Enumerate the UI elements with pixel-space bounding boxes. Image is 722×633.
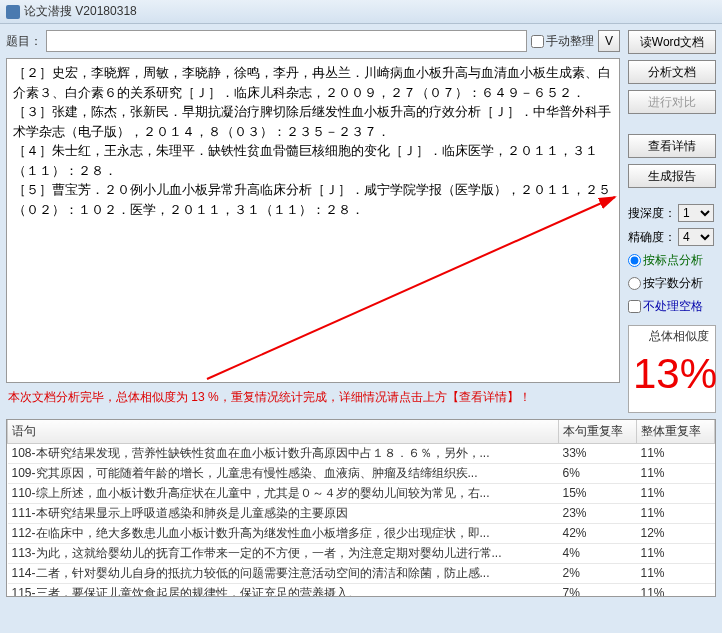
details-button[interactable]: 查看详情 (628, 134, 716, 158)
depth-setting: 搜深度： 1 (628, 204, 716, 222)
results-table: 语句 本句重复率 整体重复率 108-本研究结果发现，营养性缺铁性贫血在血小板计… (7, 420, 715, 597)
table-cell: 4% (559, 543, 637, 563)
topic-row: 题目： 手动整理 V (6, 30, 620, 52)
table-row[interactable]: 109-究其原因，可能随着年龄的增长，儿童患有慢性感染、血液病、肿瘤及结缔组织疾… (8, 463, 715, 483)
accuracy-label: 精确度： (628, 229, 676, 246)
table-cell: 114-二者，针对婴幼儿自身的抵抗力较低的问题需要注意活动空间的清洁和除菌，防止… (8, 563, 559, 583)
table-cell: 11% (637, 583, 715, 597)
table-cell: 11% (637, 503, 715, 523)
titlebar: 论文潜搜 V20180318 (0, 0, 722, 24)
table-cell: 113-为此，这就给婴幼儿的抚育工作带来一定的不方便，一者，为注意定期对婴幼儿进… (8, 543, 559, 563)
radio-wordcount[interactable]: 按字数分析 (628, 275, 716, 292)
table-cell: 7% (559, 583, 637, 597)
accuracy-setting: 精确度： 4 (628, 228, 716, 246)
manual-checkbox[interactable]: 手动整理 (531, 33, 594, 50)
table-row[interactable]: 110-综上所述，血小板计数升高症状在儿童中，尤其是０～４岁的婴幼儿间较为常见，… (8, 483, 715, 503)
app-icon (6, 5, 20, 19)
similarity-label: 总体相似度 (633, 328, 711, 345)
table-cell: 11% (637, 483, 715, 503)
table-row[interactable]: 111-本研究结果显示上呼吸道感染和肺炎是儿童感染的主要原因23%11% (8, 503, 715, 523)
svg-line-0 (207, 197, 615, 379)
references-textarea[interactable]: ［２］史宏，李晓辉，周敏，李晓静，徐鸣，李丹，冉丛兰．川崎病血小板升高与血清血小… (6, 58, 620, 383)
table-cell: 15% (559, 483, 637, 503)
manual-checkbox-label: 手动整理 (546, 33, 594, 50)
depth-select[interactable]: 1 (678, 204, 714, 222)
compare-button[interactable]: 进行对比 (628, 90, 716, 114)
col-overall-rate[interactable]: 整体重复率 (637, 420, 715, 444)
table-cell: 11% (637, 563, 715, 583)
v-button[interactable]: V (598, 30, 620, 52)
window-title: 论文潜搜 V20180318 (24, 3, 137, 20)
similarity-box: 总体相似度 13% (628, 325, 716, 413)
check-nospace-input[interactable] (628, 300, 641, 313)
table-row[interactable]: 108-本研究结果发现，营养性缺铁性贫血在血小板计数升高原因中占１８．６％，另外… (8, 443, 715, 463)
radio-punctuation-input[interactable] (628, 254, 641, 267)
table-cell: 33% (559, 443, 637, 463)
table-cell: 108-本研究结果发现，营养性缺铁性贫血在血小板计数升高原因中占１８．６％，另外… (8, 443, 559, 463)
accuracy-select[interactable]: 4 (678, 228, 714, 246)
status-message: 本次文档分析完毕，总体相似度为 13 %，重复情况统计完成，详细情况请点击上方【… (6, 383, 620, 412)
table-cell: 111-本研究结果显示上呼吸道感染和肺炎是儿童感染的主要原因 (8, 503, 559, 523)
table-cell: 23% (559, 503, 637, 523)
similarity-value: 13% (633, 345, 711, 404)
table-cell: 42% (559, 523, 637, 543)
table-cell: 6% (559, 463, 637, 483)
topic-label: 题目： (6, 33, 42, 50)
table-cell: 112-在临床中，绝大多数患儿血小板计数升高为继发性血小板增多症，很少出现症状，… (8, 523, 559, 543)
read-word-button[interactable]: 读Word文档 (628, 30, 716, 54)
table-cell: 110-综上所述，血小板计数升高症状在儿童中，尤其是０～４岁的婴幼儿间较为常见，… (8, 483, 559, 503)
table-cell: 12% (637, 523, 715, 543)
analyze-button[interactable]: 分析文档 (628, 60, 716, 84)
table-cell: 11% (637, 463, 715, 483)
report-button[interactable]: 生成报告 (628, 164, 716, 188)
manual-checkbox-input[interactable] (531, 35, 544, 48)
table-cell: 115-三者，要保证儿童饮食起居的规律性，保证充足的营养摄入。 (8, 583, 559, 597)
depth-label: 搜深度： (628, 205, 676, 222)
topic-input[interactable] (46, 30, 527, 52)
col-sentence[interactable]: 语句 (8, 420, 559, 444)
col-sentence-rate[interactable]: 本句重复率 (559, 420, 637, 444)
results-table-wrap[interactable]: 语句 本句重复率 整体重复率 108-本研究结果发现，营养性缺铁性贫血在血小板计… (6, 419, 716, 597)
references-content: ［２］史宏，李晓辉，周敏，李晓静，徐鸣，李丹，冉丛兰．川崎病血小板升高与血清血小… (13, 63, 613, 219)
table-row[interactable]: 114-二者，针对婴幼儿自身的抵抗力较低的问题需要注意活动空间的清洁和除菌，防止… (8, 563, 715, 583)
table-cell: 2% (559, 563, 637, 583)
table-row[interactable]: 113-为此，这就给婴幼儿的抚育工作带来一定的不方便，一者，为注意定期对婴幼儿进… (8, 543, 715, 563)
table-cell: 11% (637, 443, 715, 463)
table-cell: 11% (637, 543, 715, 563)
table-cell: 109-究其原因，可能随着年龄的增长，儿童患有慢性感染、血液病、肿瘤及结缔组织疾… (8, 463, 559, 483)
table-row[interactable]: 112-在临床中，绝大多数患儿血小板计数升高为继发性血小板增多症，很少出现症状，… (8, 523, 715, 543)
table-row[interactable]: 115-三者，要保证儿童饮食起居的规律性，保证充足的营养摄入。7%11% (8, 583, 715, 597)
radio-wordcount-input[interactable] (628, 277, 641, 290)
radio-punctuation[interactable]: 按标点分析 (628, 252, 716, 269)
check-nospace[interactable]: 不处理空格 (628, 298, 716, 315)
